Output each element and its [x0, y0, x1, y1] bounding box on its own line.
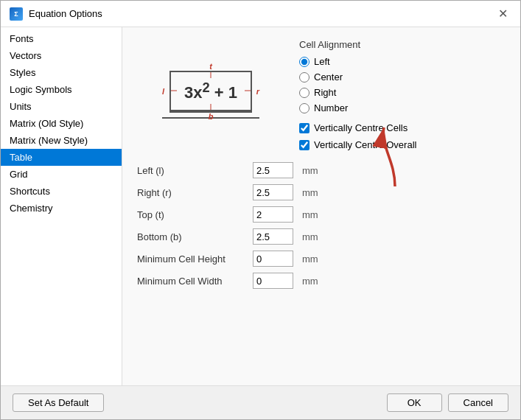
close-button[interactable]: ✕ [494, 5, 511, 23]
form-row-0: Left (l)mm [137, 162, 506, 178]
sidebar-item-logic-symbols[interactable]: Logic Symbols [1, 81, 122, 98]
form-label-5: Minimum Cell Width [137, 276, 244, 287]
radio-input-left[interactable] [299, 57, 310, 67]
radio-number[interactable]: Number [299, 102, 506, 113]
sidebar-item-grid[interactable]: Grid [1, 166, 122, 183]
cell-alignment-section: Cell Alignment LeftCenterRightNumber Ver… [299, 39, 506, 150]
top-section: 3x2 + 1 t b l [137, 39, 506, 150]
left-label: l [162, 87, 164, 96]
form-label-1: Right (r) [137, 187, 244, 198]
sidebar-item-units[interactable]: Units [1, 98, 122, 115]
math-expression: 3x2 + 1 [184, 83, 237, 102]
radio-label-left: Left [314, 56, 330, 67]
form-unit-1: mm [302, 187, 318, 198]
radio-label-number: Number [314, 102, 348, 113]
sidebar-item-matrix--old-style-[interactable]: Matrix (Old Style) [1, 115, 122, 132]
radio-center[interactable]: Center [299, 71, 506, 83]
form-unit-3: mm [302, 231, 318, 242]
title-bar: Σ Equation Options ✕ [1, 1, 520, 27]
form-row-1: Right (r)mm [137, 184, 506, 200]
form-label-4: Minimum Cell Height [137, 253, 244, 265]
checkboxes-section: Vertically Centre CellsVertically Centre… [299, 122, 506, 150]
radio-input-center[interactable] [299, 72, 310, 83]
form-unit-5: mm [302, 276, 318, 287]
sidebar-item-shortcuts[interactable]: Shortcuts [1, 183, 122, 200]
form-row-5: Minimum Cell Widthmm [137, 273, 506, 289]
ok-button[interactable]: OK [387, 393, 442, 412]
title-bar-left: Σ Equation Options [10, 7, 102, 21]
dialog-body: FontsVectorsStylesLogic SymbolsUnitsMatr… [1, 27, 520, 385]
form-unit-2: mm [302, 209, 318, 220]
form-label-2: Top (t) [137, 209, 244, 220]
sidebar-item-vectors[interactable]: Vectors [1, 47, 122, 64]
right-label: r [256, 87, 259, 96]
sidebar-item-table[interactable]: Table [1, 149, 122, 166]
checkbox-label-vertically_centre_overall: Vertically Centre Overall [314, 139, 416, 150]
sidebar-item-fonts[interactable]: Fonts [1, 30, 122, 47]
form-unit-0: mm [302, 165, 318, 176]
radio-label-center: Center [314, 71, 343, 83]
sidebar-item-matrix--new-style-[interactable]: Matrix (New Style) [1, 132, 122, 149]
table-preview: 3x2 + 1 t b l [137, 39, 284, 150]
sidebar-item-chemistry[interactable]: Chemistry [1, 200, 122, 217]
sidebar-item-styles[interactable]: Styles [1, 64, 122, 81]
checkbox-vertically_centre_overall[interactable]: Vertically Centre Overall [299, 139, 506, 150]
equation-options-dialog: Σ Equation Options ✕ FontsVectorsStylesL… [0, 0, 521, 420]
set-as-default-button[interactable]: Set As Default [13, 393, 104, 412]
content-area: 3x2 + 1 t b l [122, 27, 520, 385]
radio-right[interactable]: Right [299, 87, 506, 98]
form-input-4[interactable] [253, 251, 293, 267]
radio-label-right: Right [314, 87, 336, 98]
dialog-title: Equation Options [29, 8, 102, 19]
cell-alignment-title: Cell Alignment [299, 39, 506, 50]
bottom-bar: Set As Default OK Cancel [1, 385, 520, 419]
radio-left[interactable]: Left [299, 56, 506, 67]
form-section: Left (l)mmRight (r)mmTop (t)mmBottom (b)… [137, 162, 506, 289]
form-input-2[interactable] [253, 206, 293, 223]
radio-input-right[interactable] [299, 88, 310, 98]
form-input-1[interactable] [253, 184, 293, 200]
checkbox-vertically_centre_cells[interactable]: Vertically Centre Cells [299, 122, 506, 133]
form-label-3: Bottom (b) [137, 231, 244, 242]
top-label: t [209, 62, 212, 71]
form-input-5[interactable] [253, 273, 293, 289]
checkbox-input-vertically_centre_overall[interactable] [299, 140, 310, 150]
radio-group: LeftCenterRightNumber [299, 56, 506, 113]
form-input-0[interactable] [253, 162, 293, 178]
form-unit-4: mm [302, 253, 318, 265]
checkbox-label-vertically_centre_cells: Vertically Centre Cells [314, 122, 408, 133]
sidebar: FontsVectorsStylesLogic SymbolsUnitsMatr… [1, 27, 122, 385]
form-label-0: Left (l) [137, 165, 244, 176]
bottom-label: b [209, 112, 214, 121]
app-icon: Σ [10, 7, 23, 21]
radio-input-number[interactable] [299, 103, 310, 113]
form-row-4: Minimum Cell Heightmm [137, 251, 506, 267]
form-row-3: Bottom (b)mm [137, 228, 506, 245]
form-row-2: Top (t)mm [137, 206, 506, 223]
cancel-button[interactable]: Cancel [448, 393, 508, 412]
form-input-3[interactable] [253, 228, 293, 245]
checkbox-input-vertically_centre_cells[interactable] [299, 123, 310, 133]
